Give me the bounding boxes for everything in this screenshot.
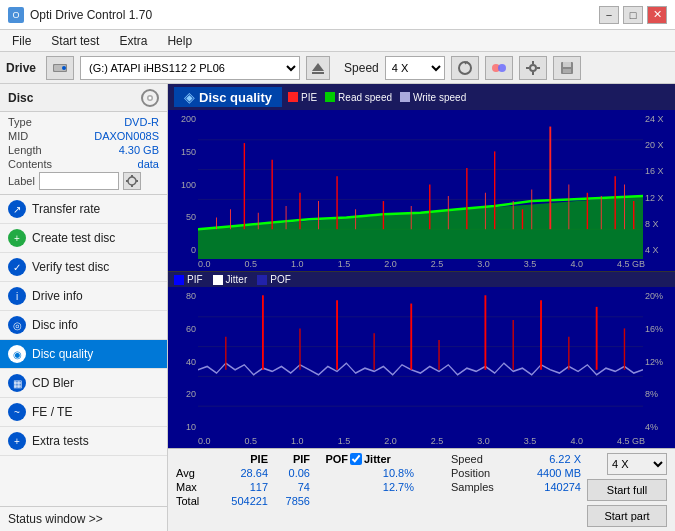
stats-max-row: Max 117 74 12.7%	[176, 481, 445, 493]
eject-button[interactable]	[306, 56, 330, 80]
nav-transfer-rate[interactable]: ↗ Transfer rate	[0, 195, 167, 224]
svg-point-2	[62, 66, 66, 70]
contents-label: Contents	[8, 158, 52, 170]
nav-disc-quality[interactable]: ◉ Disc quality	[0, 340, 167, 369]
transfer-rate-icon: ↗	[8, 200, 26, 218]
position-key: Position	[451, 467, 490, 479]
svg-marker-3	[312, 63, 324, 71]
close-button[interactable]: ✕	[647, 6, 667, 24]
jitter-checkbox[interactable]	[350, 453, 362, 465]
lower-legend: PIF Jitter POF	[168, 272, 675, 287]
svg-rect-10	[532, 72, 534, 75]
x-axis-upper: 0.00.51.01.52.02.53.03.54.04.5 GB	[168, 259, 675, 272]
avg-pof	[312, 467, 348, 479]
nav-disc-quality-label: Disc quality	[32, 347, 93, 361]
minimize-button[interactable]: −	[599, 6, 619, 24]
position-row: Position 4400 MB	[451, 467, 581, 479]
sidebar-nav: ↗ Transfer rate + Create test disc ✓ Ver…	[0, 195, 167, 506]
nav-extra-tests-label: Extra tests	[32, 434, 89, 448]
legend-read-speed: Read speed	[325, 92, 392, 103]
lower-chart-area	[198, 287, 643, 436]
speed-select[interactable]: 4 X 8 X 16 X	[385, 56, 445, 80]
nav-create-test-disc[interactable]: + Create test disc	[0, 224, 167, 253]
type-value: DVD-R	[124, 116, 159, 128]
upper-chart-area	[198, 110, 643, 259]
legend-jitter-label: Jitter	[226, 274, 248, 285]
menu-start-test[interactable]: Start test	[43, 32, 107, 50]
stats-total-row: Total 504221 7856	[176, 495, 445, 507]
x-axis-lower: 0.00.51.01.52.02.53.03.54.04.5 GB	[168, 436, 675, 448]
color-icon[interactable]	[485, 56, 513, 80]
legend-pif-color	[174, 275, 184, 285]
menu-help[interactable]: Help	[159, 32, 200, 50]
contents-value: data	[138, 158, 159, 170]
header-pof: POF	[312, 453, 348, 465]
nav-drive-info[interactable]: i Drive info	[0, 282, 167, 311]
status-window[interactable]: Status window >>	[0, 506, 167, 531]
legend-pie: PIE	[288, 92, 317, 103]
nav-extra-tests[interactable]: + Extra tests	[0, 427, 167, 456]
header-jitter: Jitter	[364, 453, 391, 465]
app-icon: O	[8, 7, 24, 23]
sidebar: Disc Type DVD-R MID DAXON008S Length 4.3…	[0, 84, 168, 531]
nav-fe-te[interactable]: ~ FE / TE	[0, 398, 167, 427]
titlebar: O Opti Drive Control 1.70 − □ ✕	[0, 0, 675, 30]
menu-extra[interactable]: Extra	[111, 32, 155, 50]
lower-chart-svg	[198, 287, 643, 436]
nav-verify-test-disc[interactable]: ✓ Verify test disc	[0, 253, 167, 282]
legend-jitter-color	[213, 275, 223, 285]
svg-rect-15	[563, 69, 571, 73]
position-value: 4400 MB	[537, 467, 581, 479]
extra-tests-icon: +	[8, 432, 26, 450]
fe-te-icon: ~	[8, 403, 26, 421]
label-input[interactable]	[39, 172, 119, 190]
length-value: 4.30 GB	[119, 144, 159, 156]
samples-row: Samples 140274	[451, 481, 581, 493]
label-settings-icon[interactable]	[123, 172, 141, 190]
drive-label: Drive	[6, 61, 36, 75]
length-label: Length	[8, 144, 42, 156]
legend-pof-color	[257, 275, 267, 285]
total-label: Total	[176, 495, 212, 507]
nav-disc-info[interactable]: ◎ Disc info	[0, 311, 167, 340]
drive-info-icon: i	[8, 287, 26, 305]
nav-cd-bler[interactable]: ▦ CD Bler	[0, 369, 167, 398]
svg-rect-22	[126, 180, 128, 182]
legend-jitter: Jitter	[213, 274, 248, 285]
speed-action-select[interactable]: 4 X 8 X	[607, 453, 667, 475]
type-label: Type	[8, 116, 32, 128]
disc-header: Disc	[0, 84, 167, 112]
avg-jitter: 10.8%	[350, 467, 414, 479]
max-pof	[312, 481, 348, 493]
speed-stats: Speed 6.22 X Position 4400 MB Samples 14…	[451, 453, 581, 493]
total-pie: 504221	[214, 495, 268, 507]
y-axis-lower-left: 80 60 40 20 10	[168, 287, 198, 436]
settings-icon[interactable]	[519, 56, 547, 80]
legend-pie-label: PIE	[301, 92, 317, 103]
drive-select[interactable]: (G:) ATAPI iHBS112 2 PL06	[80, 56, 300, 80]
disc-title: Disc	[8, 91, 33, 105]
nav-drive-info-label: Drive info	[32, 289, 83, 303]
legend-write-label: Write speed	[413, 92, 466, 103]
nav-transfer-rate-label: Transfer rate	[32, 202, 100, 216]
svg-marker-28	[198, 196, 643, 259]
samples-value: 140274	[544, 481, 581, 493]
speed-label: Speed	[344, 61, 379, 75]
svg-point-8	[530, 65, 536, 71]
start-full-button[interactable]: Start full	[587, 479, 667, 501]
avg-label: Avg	[176, 467, 212, 479]
max-pif: 74	[270, 481, 310, 493]
label-label: Label	[8, 175, 35, 187]
header-pie: PIE	[214, 453, 268, 465]
refresh-icon[interactable]	[451, 56, 479, 80]
menu-file[interactable]: File	[4, 32, 39, 50]
svg-rect-4	[312, 72, 324, 74]
action-buttons: 4 X 8 X Start full Start part	[587, 453, 667, 527]
disc-info-icon: ◎	[8, 316, 26, 334]
speed-key: Speed	[451, 453, 483, 465]
save-icon[interactable]	[553, 56, 581, 80]
start-part-button[interactable]: Start part	[587, 505, 667, 527]
maximize-button[interactable]: □	[623, 6, 643, 24]
svg-rect-23	[136, 180, 138, 182]
legend-pif: PIF	[174, 274, 203, 285]
